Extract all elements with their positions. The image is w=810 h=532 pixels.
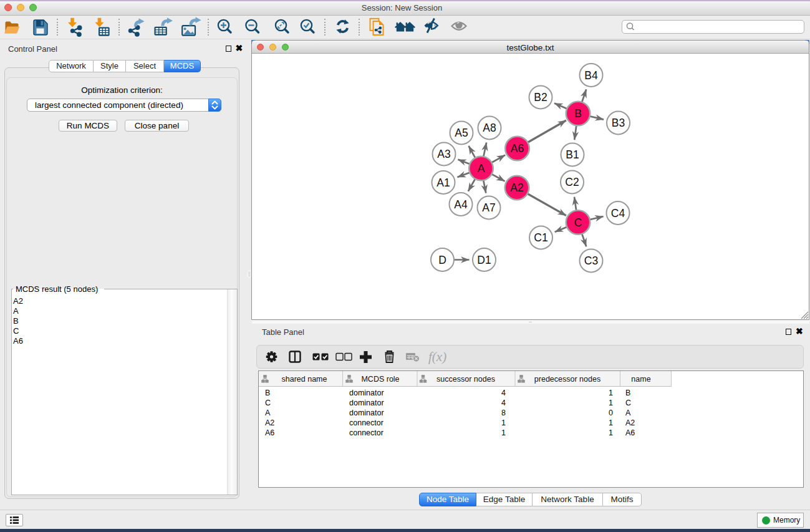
svg-text:A3: A3 [437, 148, 450, 160]
svg-text:A7: A7 [482, 201, 495, 214]
svg-text:C4: C4 [611, 207, 625, 220]
svg-text:A4: A4 [454, 198, 468, 211]
svg-text:A: A [478, 162, 485, 175]
svg-text:A1: A1 [436, 177, 450, 189]
svg-text:A6: A6 [511, 142, 524, 155]
svg-text:B: B [574, 107, 582, 120]
svg-text:f(x): f(x) [428, 349, 446, 364]
svg-text:A2: A2 [510, 181, 523, 194]
svg-text:A5: A5 [455, 127, 468, 139]
svg-text:C: C [574, 216, 582, 229]
svg-text:B1: B1 [566, 148, 579, 161]
svg-text:B3: B3 [612, 117, 625, 129]
svg-text:C1: C1 [534, 231, 547, 244]
svg-text:D1: D1 [477, 254, 491, 266]
svg-text:D: D [438, 254, 446, 266]
svg-text:B4: B4 [584, 69, 598, 82]
svg-text:C2: C2 [565, 176, 579, 188]
svg-text:B2: B2 [534, 91, 547, 104]
svg-text:A8: A8 [483, 122, 496, 134]
svg-text:C3: C3 [584, 254, 598, 267]
